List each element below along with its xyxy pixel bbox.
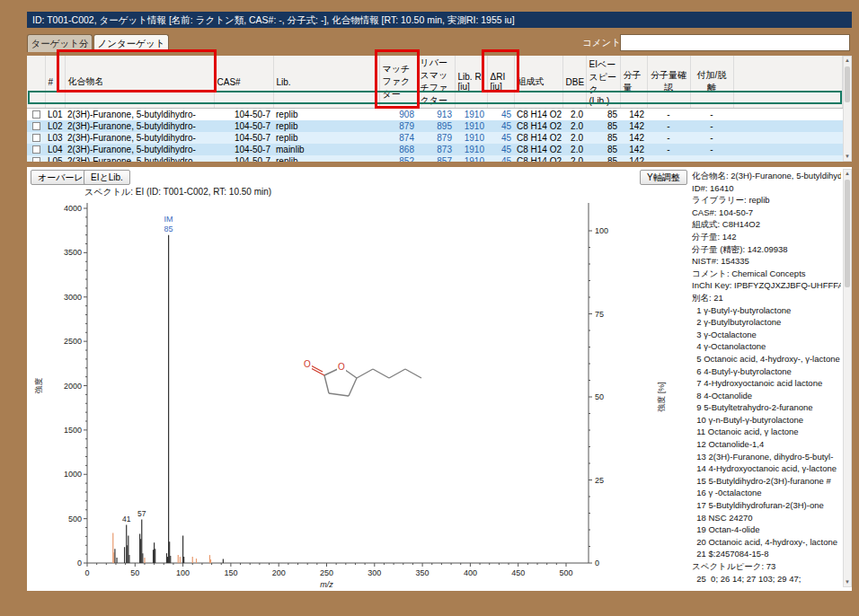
cell-lib-ri: 1910 [455,144,487,155]
cell-formula: C8 H14 O2 [514,132,562,144]
cell-filler [733,120,843,132]
col-header-filler[interactable] [733,56,843,109]
row-checkbox[interactable] [32,110,40,119]
cell-check [27,132,45,144]
cell-rev-match-factor: 873 [417,144,455,155]
cell-rev-match-factor: 895 [417,120,455,132]
cell-check [27,120,45,132]
scroll-up-icon[interactable]: ▲ [844,170,851,178]
col-header-dbe[interactable]: DBE [562,56,586,109]
table-scrollbar-thumb[interactable] [845,66,850,102]
y-axis-adjust-button[interactable]: Y軸調整 [640,170,687,185]
svg-text:100: 100 [176,568,190,577]
svg-text:1000: 1000 [64,470,82,479]
details-line: 7 4-Hydroxyoctanoic acid lactone [692,377,841,390]
details-line: 組成式: C8H14O2 [692,218,841,231]
cell-ei-base-peak: 85 [586,109,620,121]
tab-nontarget-analysis[interactable]: ノンターゲット分析 [93,34,169,52]
scroll-down-icon[interactable]: ▼ [844,578,851,586]
svg-text:41: 41 [122,515,131,524]
svg-text:75: 75 [595,310,604,319]
table-row[interactable]: L052(3H)-Furanone, 5-butyldihydro-104-50… [27,155,843,162]
details-scrollbar[interactable]: ▲ ▼ [843,169,852,587]
col-header-mol-weight[interactable]: 分子量 [620,56,647,109]
cell-match-factor: 874 [379,132,417,144]
cell-lib: replib [273,132,379,144]
details-line: 11 Octanoic acid, γ lactone [692,426,841,438]
cell-num: L02 [45,120,65,132]
cell-dbe: 2.0 [562,109,586,121]
cell-compound-name: 2(3H)-Furanone, 5-butyldihydro- [65,109,214,121]
table-row[interactable]: L022(3H)-Furanone, 5-butyldihydro-104-50… [27,120,843,132]
cell-rev-match-factor: 913 [417,109,455,121]
results-table-area: #化合物名CAS#Lib.マッチファクターリバースマッチファクターLib. RI… [27,56,852,162]
details-line: ID#: 16410 [692,182,841,195]
cell-filler [733,109,843,121]
cell-compound-name: 2(3H)-Furanone, 5-butyldihydro- [65,120,214,132]
col-header-lib[interactable]: Lib. [273,56,379,109]
svg-text:IM: IM [164,215,173,224]
col-header-rev-match-factor[interactable]: リバースマッチファクター [417,56,455,109]
cell-cas: 104-50-7 [214,155,273,162]
cell-mw-confirm: - [647,109,690,121]
ei-and-lib-button[interactable]: EIとLib. [84,170,130,185]
cell-mol-weight: 142 [620,109,647,121]
svg-text:25: 25 [595,476,604,485]
row-checkbox[interactable] [32,157,40,162]
details-scrollbar-thumb[interactable] [845,180,850,287]
col-header-num[interactable]: # [45,56,65,109]
ei-spectrum-chart: 0500100015002000250030003500400005010015… [31,196,677,587]
cell-ei-base-peak: 85 [586,155,620,162]
svg-text:強度 [%]: 強度 [%] [657,382,666,412]
table-row[interactable]: L042(3H)-Furanone, 5-butyldihydro-104-50… [27,144,843,155]
details-line: 1 γ-Butyl-γ-butyrolactone [692,304,841,317]
details-line: 14 4-Hydroxyoctanoic acid, γ-lactone [692,462,841,475]
details-line: 2 γ-Butylbutyrolactone [692,316,841,329]
tab-target-analysis[interactable]: ターゲット分析 [27,34,93,52]
cell-match-factor: 908 [379,109,417,121]
cell-dbe: 2.0 [562,120,586,132]
cell-mw-confirm: - [647,120,690,132]
cell-lib: replib [273,155,379,162]
cell-compound-name: 2(3H)-Furanone, 5-butyldihydro- [65,155,214,162]
row-checkbox[interactable] [32,134,40,142]
table-scrollbar[interactable]: ▲ ▼ [843,56,852,162]
svg-text:350: 350 [416,568,430,577]
molecule-structure: OO [303,359,421,396]
cell-mw-confirm: - [647,155,690,162]
col-header-delta-ri[interactable]: ΔRI [iu] [487,56,514,109]
cell-check [27,155,45,162]
col-header-mw-confirm[interactable]: 分子量確認 [647,56,690,109]
table-row[interactable]: L012(3H)-Furanone, 5-butyldihydro-104-50… [27,109,843,121]
col-header-cas[interactable]: CAS# [214,56,273,109]
col-header-lib-ri[interactable]: Lib. RI [iu] [455,56,487,109]
cell-cas: 104-50-7 [214,144,273,155]
cell-formula: C8 H14 O2 [514,109,562,121]
details-line: 9 5-Butyltetrahydro-2-furanone [692,401,841,414]
cell-adduct: - [690,144,733,155]
cell-formula: C8 H14 O2 [514,120,562,132]
scroll-up-icon[interactable]: ▲ [844,57,851,65]
svg-text:300: 300 [368,568,381,577]
svg-text:500: 500 [559,568,572,577]
details-line: 分子量 (精密): 142.09938 [692,243,841,256]
svg-text:O: O [338,362,345,372]
col-header-check[interactable] [27,56,45,109]
col-header-match-factor[interactable]: マッチファクター [379,56,417,109]
col-header-formula[interactable]: 組成式 [514,56,562,109]
svg-text:400: 400 [464,568,477,577]
comment-input[interactable] [620,34,850,51]
row-checkbox[interactable] [32,145,40,154]
row-checkbox[interactable] [32,122,40,130]
cell-check [27,144,45,155]
table-row[interactable]: L032(3H)-Furanone, 5-butyldihydro-104-50… [27,132,843,144]
cell-lib-ri: 1910 [455,132,487,144]
details-line: ライブラリー: replib [692,194,841,207]
svg-text:0: 0 [77,559,82,568]
scroll-down-icon[interactable]: ▼ [844,153,851,161]
col-header-ei-base-peak[interactable]: EIベースピーク (Lib.) [586,56,620,109]
col-header-adduct[interactable]: 付加/脱離 [690,56,733,109]
cell-filler [733,144,843,155]
col-header-compound-name[interactable]: 化合物名 [65,56,214,109]
results-table: #化合物名CAS#Lib.マッチファクターリバースマッチファクターLib. RI… [27,56,843,162]
